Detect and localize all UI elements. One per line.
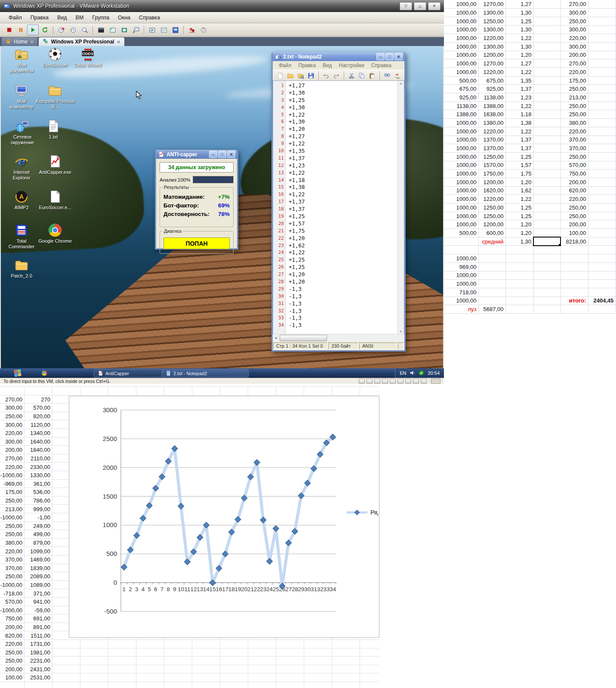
snapshot-manager-icon[interactable] (79, 25, 90, 35)
sheet-cell[interactable]: 2089,00 (25, 572, 52, 581)
device-icon[interactable] (359, 379, 365, 384)
sheet-cell[interactable] (533, 296, 561, 305)
text-line[interactable]: 33-1,3 (273, 315, 397, 322)
sheet-cell[interactable] (588, 212, 616, 220)
sheet-cell[interactable]: 100,00 (561, 229, 588, 238)
sheet-cell[interactable] (588, 220, 616, 229)
vmware-menu-0[interactable]: Файл (4, 13, 26, 22)
sheet-cell[interactable] (533, 93, 561, 102)
open-file-icon[interactable] (286, 71, 295, 80)
sheet-cell[interactable]: 600,00 (478, 229, 505, 238)
sheet-cell[interactable]: 1731,00 (25, 640, 52, 648)
sheet-cell[interactable]: 1220,00 (478, 195, 505, 204)
sheet-cell[interactable] (505, 246, 533, 254)
minimize-button[interactable]: – (376, 53, 385, 60)
sheet-cell[interactable] (505, 262, 533, 271)
sheet-cell[interactable]: 250,00 (561, 102, 588, 110)
sheet-cell[interactable] (588, 25, 616, 34)
sheet-cell[interactable] (533, 42, 561, 51)
anticapper-titlebar[interactable]: ANTI-capper –□✕ (156, 150, 237, 159)
stop-icon[interactable] (4, 25, 15, 35)
sheet-cell[interactable] (588, 59, 616, 68)
sheet-cell[interactable]: 1138,00 (444, 102, 478, 110)
notepad2-horizontal-scrollbar[interactable]: ◄ (273, 334, 404, 342)
reset-icon[interactable] (40, 25, 50, 35)
sheet-cell[interactable] (533, 25, 561, 34)
sheet-cell[interactable] (533, 51, 561, 59)
sheet-cell[interactable] (588, 161, 616, 170)
sheet-cell[interactable]: 1200,00 (478, 178, 505, 186)
sheet-cell[interactable] (588, 254, 616, 263)
text-line[interactable]: 10+1,35 (273, 147, 397, 154)
sheet-cell[interactable]: 175,00 (561, 76, 588, 85)
sheet-cell[interactable]: 270,00 (561, 0, 588, 9)
sheet-cell[interactable] (533, 102, 561, 110)
sheet-cell[interactable]: 1570,00 (478, 161, 505, 170)
minimize-button[interactable]: ▽ (400, 2, 412, 10)
sheet-cell[interactable]: 220,00 (0, 547, 25, 555)
sheet-cell[interactable]: 1000,00 (444, 25, 478, 34)
vmware-menu-2[interactable]: Вид (53, 13, 71, 22)
device-icon[interactable] (413, 379, 419, 384)
sheet-cell[interactable] (478, 262, 505, 271)
sheet-cell[interactable] (533, 288, 561, 296)
sheet-cell[interactable]: 1,35 (505, 76, 533, 85)
sheet-cell[interactable]: 1000,00 (444, 136, 478, 144)
text-line[interactable]: 2+1,30 (273, 89, 397, 96)
sheet-cell[interactable]: 1,38 (505, 119, 533, 127)
sheet-cell[interactable] (588, 186, 616, 195)
sheet-cell[interactable]: -718,00 (0, 589, 25, 598)
sheet-cell[interactable]: 1000,00 (444, 271, 478, 280)
sheet-cell[interactable]: 380,00 (0, 539, 25, 547)
sheet-cell[interactable]: 1,27 (505, 0, 533, 9)
start-button[interactable] (14, 369, 22, 379)
sheet-cell[interactable]: 250,00 (561, 85, 588, 93)
replace-icon[interactable]: abac (393, 71, 402, 80)
sheet-cell[interactable] (533, 262, 561, 271)
sheet-cell[interactable] (561, 280, 588, 288)
sheet-cell[interactable]: 370,00 (0, 555, 25, 564)
sheet-cell[interactable] (588, 170, 616, 178)
sheet-cell[interactable] (533, 237, 561, 246)
sheet-cell[interactable]: 220,00 (0, 463, 25, 471)
sheet-cell[interactable] (561, 246, 588, 254)
sheet-cell[interactable]: 1220,00 (478, 68, 505, 77)
sheet-cell[interactable]: 270,00 (0, 454, 25, 463)
text-line[interactable]: 11+1,37 (273, 154, 397, 162)
sheet-cell[interactable] (505, 254, 533, 263)
sheet-cell[interactable] (533, 195, 561, 204)
sheet-cell[interactable] (478, 296, 505, 305)
sheet-cell[interactable]: 1,25 (505, 17, 533, 25)
minimize-button[interactable]: – (209, 151, 217, 158)
text-line[interactable]: 32-1,3 (273, 307, 397, 315)
sheet-cell[interactable]: 370,00 (561, 136, 588, 144)
sheet-cell[interactable]: 220,00 (561, 34, 588, 43)
snapshot-revert-icon[interactable] (68, 25, 78, 35)
maximize-button[interactable]: △ (414, 2, 426, 10)
notepad2-text-area[interactable]: 1+1,272+1,303+1,254+1,305+1,226+1,307+1,… (273, 80, 404, 334)
close-button[interactable]: ✕ (428, 2, 440, 10)
text-line[interactable]: 4+1,30 (273, 104, 397, 111)
sheet-cell[interactable]: 249,00 (25, 522, 52, 531)
sheet-cell[interactable] (505, 288, 533, 296)
vmware-menu-6[interactable]: Справка (135, 13, 164, 22)
sheet-cell[interactable]: 220,00 (0, 429, 25, 438)
vmware-menu-1[interactable]: Правка (26, 13, 53, 22)
sheet-cell[interactable]: 941,00 (25, 598, 52, 606)
sheet-cell[interactable] (588, 144, 616, 153)
sheet-cell[interactable] (588, 76, 616, 85)
sheet-cell[interactable]: 1200,00 (478, 220, 505, 229)
sheet-cell[interactable]: -1000,00 (0, 471, 25, 480)
sheet-cell[interactable] (533, 136, 561, 144)
sheet-cell[interactable]: 691,00 (25, 614, 52, 623)
sheet-cell[interactable] (588, 262, 616, 271)
sheet-cell[interactable] (533, 76, 561, 85)
sheet-cell[interactable] (588, 305, 616, 314)
device-icon[interactable] (421, 379, 427, 384)
taskbar-task-notepad[interactable]: 2.txt - Notepad2 (162, 369, 249, 377)
sheet-cell[interactable]: 1000,00 (444, 127, 478, 136)
sheet-cell[interactable]: 500,00 (444, 76, 478, 85)
sheet-cell[interactable]: 570,00 (25, 404, 52, 412)
redo-icon[interactable] (332, 71, 341, 80)
sheet-cell[interactable]: 100,00 (0, 673, 25, 682)
